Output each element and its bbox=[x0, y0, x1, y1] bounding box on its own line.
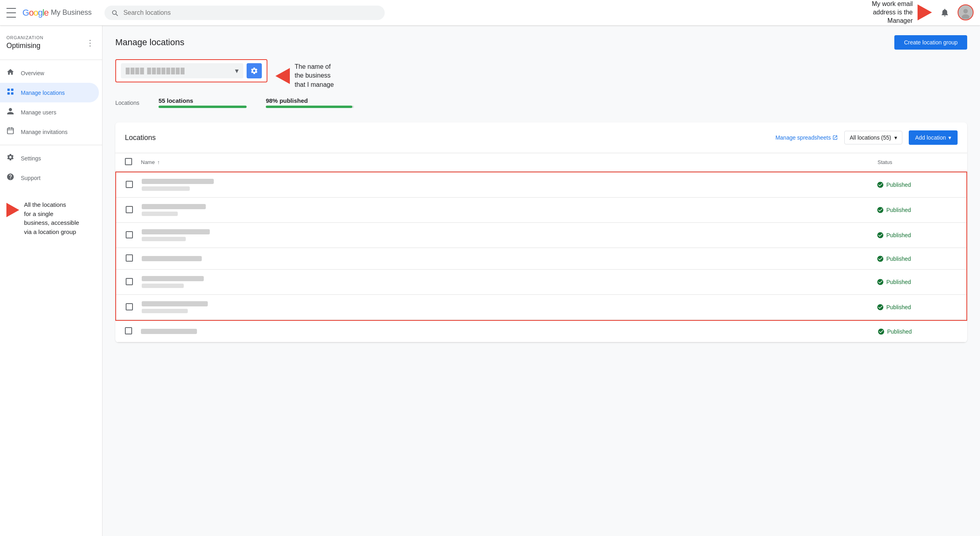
sidebar-annotation-area: All the locationsfor a singlebusiness, a… bbox=[0, 188, 102, 243]
bell-icon bbox=[940, 8, 950, 17]
google-wordmark: Google bbox=[22, 8, 48, 18]
sidebar-item-manage-users[interactable]: Manage users bbox=[0, 102, 99, 122]
filter-gear-button[interactable] bbox=[247, 63, 262, 78]
svg-rect-5 bbox=[8, 92, 10, 95]
published-progress-fill bbox=[266, 106, 352, 108]
filter-select-value: ████ ████████ bbox=[126, 68, 232, 74]
table-row: Published bbox=[116, 198, 966, 223]
grid-icon bbox=[6, 88, 14, 98]
sidebar-item-support[interactable]: Support bbox=[0, 168, 99, 188]
header-checkbox-cell bbox=[125, 158, 141, 166]
app-body: ORGANIZATION Optimising ⋮ Overview Manag… bbox=[0, 26, 980, 536]
sidebar-right-arrow-icon bbox=[6, 203, 19, 217]
row-name-3 bbox=[142, 229, 877, 241]
row-checkbox-3[interactable] bbox=[126, 231, 133, 238]
sidebar-item-label-support: Support bbox=[21, 175, 40, 181]
sidebar-item-overview[interactable]: Overview bbox=[0, 63, 99, 83]
blurred-name-line-5 bbox=[142, 276, 204, 281]
blurred-name-line-7 bbox=[141, 329, 197, 334]
row-status-label-1: Published bbox=[886, 182, 911, 188]
sidebar-annotation-text: All the locationsfor a singlebusiness, a… bbox=[24, 200, 79, 236]
row-checkbox-6[interactable] bbox=[126, 303, 133, 310]
search-input[interactable] bbox=[123, 9, 378, 16]
settings-icon bbox=[6, 153, 14, 163]
sidebar-item-label-users: Manage users bbox=[21, 109, 56, 116]
row-name-4 bbox=[142, 256, 877, 261]
table-row: Published bbox=[115, 321, 967, 342]
all-locations-filter[interactable]: All locations (55) ▾ bbox=[844, 131, 902, 144]
row-checkbox-7[interactable] bbox=[125, 327, 132, 334]
table-row: Published bbox=[116, 270, 966, 295]
table-row: Published bbox=[116, 223, 966, 248]
row-checkbox-cell bbox=[126, 278, 142, 286]
row-checkbox-4[interactable] bbox=[126, 254, 133, 262]
search-bar[interactable] bbox=[104, 6, 385, 20]
row-checkbox-cell bbox=[126, 181, 142, 189]
external-link-icon bbox=[832, 135, 838, 140]
row-status-label-2: Published bbox=[886, 207, 911, 213]
manage-spreadsheets-label: Manage spreadsheets bbox=[775, 134, 831, 141]
row-status-3: Published bbox=[877, 232, 957, 239]
locations-count: 55 locations bbox=[159, 97, 247, 104]
notification-button[interactable] bbox=[937, 4, 953, 20]
gear-icon bbox=[250, 67, 258, 75]
add-location-chevron-icon: ▾ bbox=[948, 134, 951, 141]
add-location-button[interactable]: Add location ▾ bbox=[909, 130, 958, 145]
svg-rect-7 bbox=[8, 128, 14, 134]
stats-bar: Locations 55 locations 98% published bbox=[115, 97, 967, 114]
published-stat-area: 98% published bbox=[266, 97, 354, 108]
page-header: Manage locations Create location group bbox=[115, 35, 967, 50]
row-name-5 bbox=[142, 276, 877, 288]
app-logo: Google My Business bbox=[22, 8, 101, 18]
svg-rect-4 bbox=[11, 89, 14, 91]
published-check-icon-5 bbox=[877, 278, 884, 286]
filter-select[interactable]: ████ ████████ ▾ bbox=[121, 63, 243, 78]
blurred-name-line-4 bbox=[142, 256, 202, 261]
row-checkbox-1[interactable] bbox=[126, 181, 133, 188]
locations-count-area: 55 locations bbox=[159, 97, 247, 108]
locations-card-header: Locations Manage spreadsheets All locati… bbox=[115, 122, 967, 153]
create-location-group-button[interactable]: Create location group bbox=[894, 35, 967, 50]
page-title: Manage locations bbox=[115, 37, 184, 48]
add-location-label: Add location bbox=[915, 134, 946, 141]
sidebar-item-label-invitations: Manage invitations bbox=[21, 129, 68, 135]
row-status-4: Published bbox=[877, 255, 957, 262]
org-label: ORGANIZATION bbox=[6, 35, 44, 40]
blurred-name-line-2b bbox=[142, 212, 178, 216]
name-column-label: Name bbox=[141, 159, 155, 165]
blurred-name-line-6 bbox=[142, 301, 208, 306]
sidebar-item-settings[interactable]: Settings bbox=[0, 148, 99, 168]
row-status-6: Published bbox=[877, 304, 957, 311]
published-check-icon-6 bbox=[877, 304, 884, 311]
org-more-button[interactable]: ⋮ bbox=[84, 36, 96, 49]
user-avatar[interactable] bbox=[958, 4, 974, 20]
select-all-checkbox[interactable] bbox=[125, 158, 132, 165]
help-icon bbox=[6, 173, 14, 183]
row-status-label-7: Published bbox=[887, 328, 912, 335]
sidebar-divider-2 bbox=[0, 145, 102, 145]
menu-button[interactable] bbox=[6, 8, 16, 18]
published-check-icon-1 bbox=[877, 181, 884, 188]
row-checkbox-cell bbox=[126, 231, 142, 240]
right-arrow-icon bbox=[918, 4, 932, 20]
person-icon bbox=[6, 107, 14, 117]
left-arrow-icon bbox=[275, 68, 290, 84]
blurred-name-line-1 bbox=[142, 179, 214, 184]
blurred-name-line-2 bbox=[142, 204, 206, 209]
app-name-label: My Business bbox=[51, 8, 92, 17]
home-icon bbox=[6, 68, 14, 78]
sidebar-item-manage-invitations[interactable]: Manage invitations bbox=[0, 122, 99, 142]
row-checkbox-cell bbox=[126, 254, 142, 263]
status-column-label: Status bbox=[878, 159, 892, 165]
row-checkbox-2[interactable] bbox=[126, 206, 133, 213]
highlighted-rows-section: Published Published bbox=[115, 172, 967, 321]
sidebar-item-manage-locations[interactable]: Manage locations bbox=[0, 83, 99, 102]
published-check-icon-7 bbox=[878, 328, 885, 335]
row-checkbox-5[interactable] bbox=[126, 278, 133, 285]
svg-rect-6 bbox=[11, 92, 14, 95]
published-check-icon-2 bbox=[877, 206, 884, 214]
name-column-header[interactable]: Name ↑ bbox=[141, 159, 878, 165]
manage-spreadsheets-link[interactable]: Manage spreadsheets bbox=[775, 134, 838, 141]
org-section: ORGANIZATION Optimising ⋮ bbox=[0, 32, 102, 56]
published-percent: 98% published bbox=[266, 97, 354, 104]
